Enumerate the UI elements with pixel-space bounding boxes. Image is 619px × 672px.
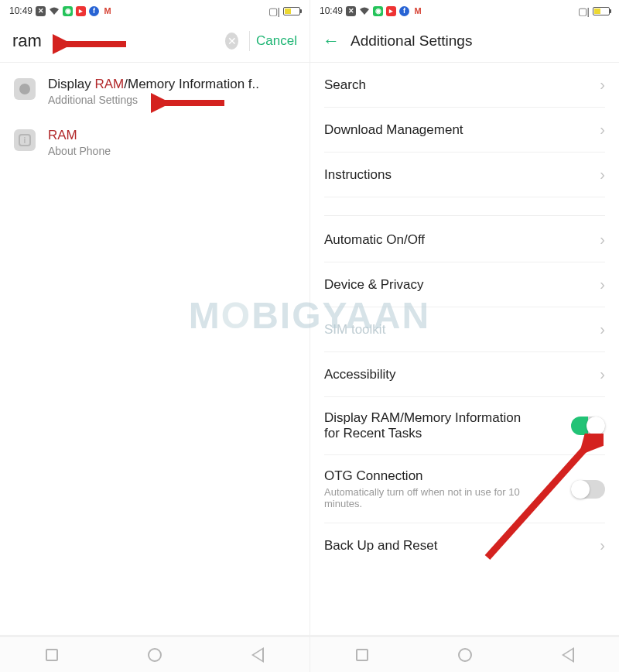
setting-label: Search bbox=[324, 77, 366, 93]
setting-label: Accessibility bbox=[324, 367, 396, 382]
setting-backup[interactable]: Back Up and Reset › bbox=[324, 523, 605, 567]
result-title: Display RAM/Memory Information f.. bbox=[48, 77, 296, 92]
setting-device-privacy[interactable]: Device & Privacy › bbox=[324, 262, 605, 307]
setting-label: OTG Connection bbox=[324, 468, 549, 484]
youtube-icon: ▸ bbox=[76, 6, 86, 16]
settings-pane: 10:49 ✕ ◉ ▸ f M ▢| ← Additional Settings… bbox=[310, 0, 619, 672]
wifi-icon bbox=[49, 5, 60, 16]
chevron-right-icon: › bbox=[600, 365, 605, 383]
setting-sim-toolkit[interactable]: SIM toolkit › bbox=[324, 307, 605, 352]
setting-label: Automatic On/Off bbox=[324, 232, 425, 248]
result-subtitle: Additional Settings bbox=[48, 94, 296, 106]
search-results: Display RAM/Memory Information f.. Addit… bbox=[0, 63, 310, 171]
setting-search[interactable]: Search › bbox=[324, 63, 605, 108]
chevron-right-icon: › bbox=[600, 537, 605, 554]
status-bar: 10:49 ✕ ◉ ▸ f M ▢| bbox=[310, 0, 619, 22]
result-row[interactable]: i RAM About Phone bbox=[0, 117, 310, 168]
search-header: ✕ Cancel bbox=[0, 22, 310, 63]
toggle-otg[interactable] bbox=[571, 480, 605, 499]
setting-label: SIM toolkit bbox=[324, 322, 385, 338]
setting-display-ram[interactable]: Display RAM/Memory Information for Recen… bbox=[324, 397, 605, 455]
nav-back-icon[interactable] bbox=[559, 646, 576, 663]
setting-auto-onoff[interactable]: Automatic On/Off › bbox=[324, 218, 605, 262]
chevron-right-icon: › bbox=[600, 276, 605, 293]
setting-label: Download Management bbox=[324, 122, 463, 138]
result-icon: i bbox=[14, 129, 36, 151]
vibrate-icon: ▢| bbox=[268, 5, 280, 17]
gmail-icon: M bbox=[102, 5, 113, 16]
vibrate-icon: ▢| bbox=[578, 5, 590, 17]
setting-accessibility[interactable]: Accessibility › bbox=[324, 352, 605, 397]
battery-icon bbox=[283, 7, 300, 15]
chevron-right-icon: › bbox=[600, 121, 605, 139]
app-icon-2: ◉ bbox=[63, 6, 73, 16]
nav-home-icon[interactable] bbox=[146, 646, 163, 663]
setting-label: Instructions bbox=[324, 167, 392, 183]
cancel-button[interactable]: Cancel bbox=[256, 33, 297, 49]
chevron-right-icon: › bbox=[600, 231, 605, 249]
facebook-icon: f bbox=[89, 6, 99, 16]
app-icon-1: ✕ bbox=[36, 6, 46, 16]
youtube-icon: ▸ bbox=[386, 6, 396, 16]
nav-bar bbox=[310, 635, 619, 672]
back-icon[interactable]: ← bbox=[323, 31, 340, 51]
setting-otg[interactable]: OTG Connection Automatically turn off wh… bbox=[324, 455, 605, 523]
search-pane: 10:49 ✕ ◉ ▸ f M ▢| ✕ Cancel bbox=[0, 0, 310, 672]
nav-recent-icon[interactable] bbox=[43, 646, 60, 663]
setting-download[interactable]: Download Management › bbox=[324, 108, 605, 153]
setting-label: Device & Privacy bbox=[324, 277, 423, 293]
nav-home-icon[interactable] bbox=[457, 646, 474, 663]
group-divider bbox=[324, 197, 605, 216]
clear-icon[interactable]: ✕ bbox=[225, 33, 238, 50]
result-icon bbox=[14, 78, 36, 100]
setting-instructions[interactable]: Instructions › bbox=[324, 153, 605, 197]
gmail-icon: M bbox=[412, 5, 423, 16]
battery-icon bbox=[593, 7, 610, 15]
chevron-right-icon: › bbox=[600, 76, 605, 94]
wifi-icon bbox=[359, 5, 370, 16]
settings-list: Search › Download Management › Instructi… bbox=[310, 63, 619, 567]
status-time: 10:49 bbox=[320, 5, 343, 16]
facebook-icon: f bbox=[399, 6, 409, 16]
setting-sub: Automatically turn off when not in use f… bbox=[324, 486, 549, 509]
status-bar: 10:49 ✕ ◉ ▸ f M ▢| bbox=[0, 0, 310, 22]
chevron-right-icon: › bbox=[600, 321, 605, 338]
app-icon-2: ◉ bbox=[373, 6, 383, 16]
search-input[interactable] bbox=[12, 31, 225, 51]
app-icon-1: ✕ bbox=[346, 6, 356, 16]
result-row[interactable]: Display RAM/Memory Information f.. Addit… bbox=[0, 66, 310, 117]
nav-bar bbox=[0, 635, 310, 672]
page-header: ← Additional Settings bbox=[310, 22, 619, 63]
divider bbox=[249, 31, 250, 51]
result-subtitle: About Phone bbox=[48, 145, 296, 157]
toggle-display-ram[interactable] bbox=[571, 417, 605, 435]
status-time: 10:49 bbox=[9, 5, 32, 16]
chevron-right-icon: › bbox=[600, 166, 605, 183]
nav-recent-icon[interactable] bbox=[354, 646, 371, 663]
setting-label: Back Up and Reset bbox=[324, 538, 437, 554]
nav-back-icon[interactable] bbox=[249, 646, 266, 663]
page-title: Additional Settings bbox=[351, 33, 472, 50]
setting-label: Display RAM/Memory Information for Recen… bbox=[324, 410, 533, 441]
result-title: RAM bbox=[48, 128, 296, 143]
